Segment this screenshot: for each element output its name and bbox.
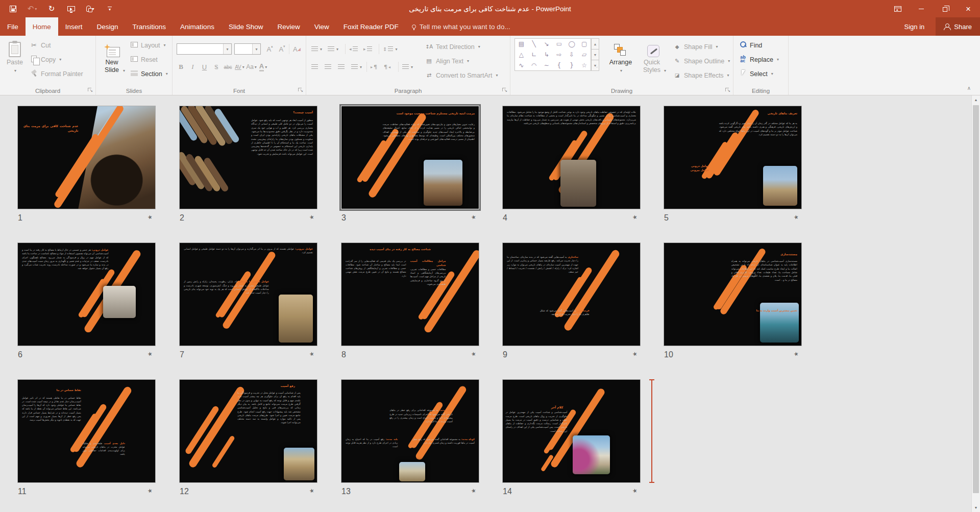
italic-button[interactable]: I [187,61,198,72]
gallery-more-icon[interactable]: ▼̱ [591,60,599,71]
align-left-button[interactable] [311,61,318,72]
snip-rectangle-shape-icon[interactable]: ▱ [578,50,591,60]
tab-review[interactable]: Review [270,17,307,36]
scroll-down-icon[interactable]: ▼ [972,503,980,512]
select-button[interactable]: Select▾ [739,68,773,80]
left-to-right-button[interactable]: ▸¶ [371,61,377,72]
convert-to-smartart-button[interactable]: ⇄Convert to SmartArt▾ [425,69,498,81]
slide-thumbnail-5[interactable]: تعریف بناهای تاریخی به هر بنا که عوامل م… [664,106,802,209]
paragraph-dialog-launcher[interactable]: ↘ [502,88,507,93]
character-spacing-button[interactable]: AV▾ [234,61,245,72]
gallery-scroll-down-icon[interactable]: ▼ [591,50,599,60]
numbering-button[interactable]: ▾ [328,43,338,55]
curve-shape-icon[interactable]: ∼ [540,60,553,70]
section-button[interactable]: Section▾ [130,68,168,80]
columns-button[interactable]: ▾ [402,61,413,72]
tab-slide-show[interactable]: Slide Show [222,17,271,36]
increase-font-size-button[interactable]: A▴ [264,43,275,55]
increase-indent-button[interactable]: ▸ [363,43,372,55]
right-brace-shape-icon[interactable]: } [566,60,578,70]
down-arrow-shape-icon[interactable]: ⇩ [566,50,578,60]
slide-thumbnail-13[interactable]: میان مدت: به مجموعه اقداماتی برای رفع خط… [341,379,479,483]
text-shadow-button[interactable]: S [211,61,222,72]
bold-button[interactable]: B [176,61,186,72]
slide-thumbnail-14[interactable]: کلام آخر آسیب‌شناسی و شناخت آسیب یکی از … [502,379,641,483]
font-size-combo[interactable]: ▾ [234,43,261,55]
scribble-shape-icon[interactable]: ∿ [515,60,528,70]
tab-design[interactable]: Design [90,17,126,36]
text-box-shape-icon[interactable]: ▤ [515,39,528,50]
slide-thumbnail-7[interactable]: عوامل بیرونی: عواملی هستند که از بیرون ب… [179,242,317,346]
layout-button[interactable]: Layout▾ [130,39,166,51]
clear-formatting-button[interactable]: A◢ [291,43,302,55]
align-center-button[interactable] [325,61,331,72]
tell-me-box[interactable]: Tell me what you want to do... [406,17,517,36]
new-slide-button[interactable]: New Slide▾ [100,38,127,82]
save-button[interactable] [3,1,22,16]
star-shape-icon[interactable]: ☆ [578,60,591,70]
gallery-scroll-up-icon[interactable]: ▲ [591,38,599,50]
start-from-beginning-button[interactable] [61,1,81,16]
line-shape-icon[interactable]: ╲ [528,39,541,50]
find-button[interactable]: Find [739,39,762,51]
slide-thumbnail-2[interactable]: آسیب چیست؟ منظور از آسیب ابعاد هر توجهی … [179,106,317,209]
arrow-shape-icon[interactable]: ↘ [540,39,553,50]
font-name-dropdown-icon[interactable]: ▾ [223,44,231,54]
shapes-gallery[interactable]: ▤╲↘▭◯▢△∟↳⇨⇩▱∿◠∼{}☆ [514,38,591,71]
shape-fill-button[interactable]: ◆Shape Fill▾ [673,41,718,53]
clipboard-dialog-launcher[interactable]: ↘ [88,88,93,93]
arc-shape-icon[interactable]: ◠ [528,60,541,70]
tab-transitions[interactable]: Transitions [126,17,174,36]
minimize-button[interactable] [910,0,933,17]
undo-button[interactable]: ↶▾ [22,1,42,16]
tab-home[interactable]: Home [26,17,58,36]
font-size-dropdown-icon[interactable]: ▾ [252,44,260,54]
ribbon-display-options-button[interactable] [886,0,910,17]
touch-mouse-mode-button[interactable]: ▾ [81,1,100,16]
line-spacing-button[interactable]: ⇕▾ [383,43,397,55]
format-painter-button[interactable]: Format Painter [30,68,83,80]
scrollbar-thumb[interactable] [973,105,979,493]
decrease-font-size-button[interactable]: A▾ [277,43,287,55]
slide-thumbnail-8[interactable]: شناخت مصالح به کار رفته در بنای آسیب دید… [341,242,479,346]
restore-button[interactable] [933,0,957,17]
triangle-shape-icon[interactable]: △ [515,50,528,60]
repeat-button[interactable]: ↻ [42,1,61,16]
vertical-scrollbar[interactable]: ▲ ▼ [971,95,980,512]
tab-file[interactable]: File [0,17,26,36]
left-brace-shape-icon[interactable]: { [553,60,566,70]
paste-button[interactable]: Paste▾ [3,38,27,82]
tab-insert[interactable]: Insert [58,17,90,36]
slide-thumbnail-4[interactable]: نکات اولیه‌ای که در خصوص حفاظت بناهای تا… [502,106,641,209]
replace-button[interactable]: abacReplace▾ [739,54,779,65]
slide-thumbnail-9[interactable]: ساختاری به آسیب‌هایی گفته می‌شود که در ب… [502,242,641,346]
slide-thumbnail-1[interactable]: عدم شناخت کافی برای مرمت بنای تاریخی [17,106,156,209]
tab-animations[interactable]: Animations [173,17,222,36]
rectangle-shape-icon[interactable]: ▭ [553,39,566,50]
close-button[interactable]: × [957,0,980,17]
shape-effects-button[interactable]: ◪Shape Effects▾ [673,69,729,81]
align-text-button[interactable]: ▤Align Text▾ [425,55,469,67]
sign-in-button[interactable]: Sign in [893,17,936,36]
slide-thumbnail-6[interactable]: عوامل درونی: هر جنس و جسمی در حال ارتباط… [17,242,156,346]
slide-sorter[interactable]: عدم شناخت کافی برای مرمت بنای تاریخی 1★آ… [0,95,980,512]
font-name-combo[interactable]: ▾ [177,43,232,55]
tab-foxit-reader-pdf[interactable]: Foxit Reader PDF [336,17,406,36]
share-button[interactable]: Share [936,17,980,36]
slide-thumbnail-11[interactable]: نقاط حساس در بنا نقاط حساس در بنا نقاطی … [17,379,156,483]
quick-styles-button[interactable]: Quick Styles▾ [638,38,669,82]
drawing-dialog-launcher[interactable]: ↘ [725,88,730,93]
shape-outline-button[interactable]: ✎Shape Outline▾ [673,55,730,67]
tab-view[interactable]: View [307,17,336,36]
align-right-button[interactable] [338,61,345,72]
customize-quick-access-toolbar-button[interactable]: ▾ [100,1,119,16]
oval-shape-icon[interactable]: ◯ [566,39,578,50]
elbow-arrow-connector-shape-icon[interactable]: ↳ [540,50,553,60]
elbow-connector-shape-icon[interactable]: ∟ [528,50,541,60]
collapse-ribbon-icon[interactable]: ∧ [967,85,971,91]
strikethrough-button[interactable]: abc [223,61,233,72]
bullets-button[interactable]: ▾ [311,43,322,55]
right-arrow-shape-icon[interactable]: ⇨ [553,50,566,60]
underline-button[interactable]: U [199,61,210,72]
text-direction-button[interactable]: ↕AText Direction▾ [425,41,480,53]
